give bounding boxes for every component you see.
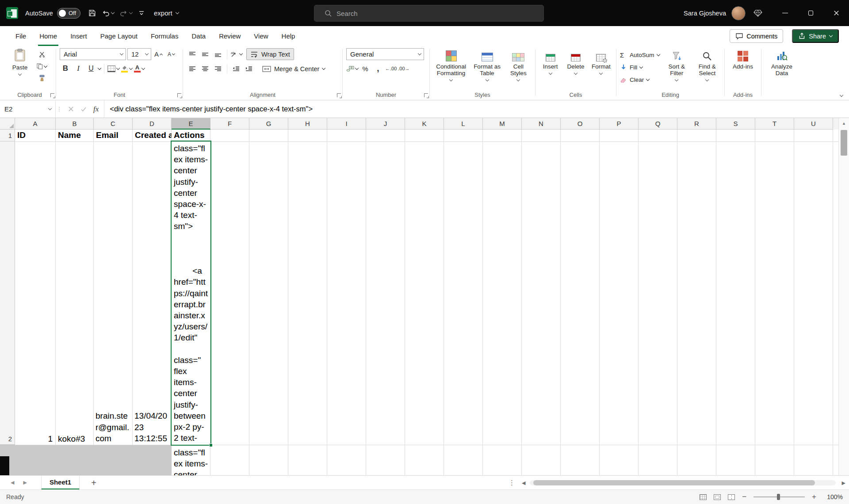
tab-data[interactable]: Data bbox=[185, 26, 212, 46]
comments-button[interactable]: Comments bbox=[730, 29, 783, 43]
borders-button[interactable] bbox=[107, 63, 119, 74]
column-header-C[interactable]: C bbox=[94, 118, 133, 130]
increase-decimal-button[interactable]: ←.00 bbox=[385, 63, 397, 74]
tab-scrollbar-divider[interactable]: ⋮ bbox=[509, 479, 515, 487]
cell-A1[interactable]: ID bbox=[15, 130, 56, 141]
add-sheet-button[interactable]: + bbox=[91, 478, 96, 487]
column-header-K[interactable]: K bbox=[405, 118, 444, 130]
tab-file[interactable]: File bbox=[9, 26, 33, 46]
user-avatar[interactable] bbox=[731, 6, 746, 20]
clear-button[interactable]: Clear bbox=[620, 74, 660, 85]
close-button[interactable] bbox=[823, 0, 849, 26]
row-header-2[interactable]: 2 bbox=[0, 141, 15, 445]
cell-C1[interactable]: Email bbox=[94, 130, 133, 141]
cell-styles-chevron[interactable] bbox=[516, 78, 520, 81]
select-all-button[interactable] bbox=[0, 118, 15, 130]
fill-chevron[interactable] bbox=[639, 65, 643, 68]
cell-A2[interactable]: 1 bbox=[15, 141, 56, 445]
align-middle-button[interactable] bbox=[199, 49, 211, 60]
alignment-dialog-launcher[interactable] bbox=[337, 93, 341, 97]
underline-dropdown-chevron[interactable] bbox=[98, 66, 101, 69]
merge-center-button[interactable]: Merge & Center bbox=[259, 63, 329, 75]
column-header-B[interactable]: B bbox=[56, 118, 94, 130]
column-header-Q[interactable]: Q bbox=[639, 118, 677, 130]
increase-indent-button[interactable] bbox=[243, 63, 255, 75]
zoom-level[interactable]: 100% bbox=[823, 493, 843, 500]
workbook-dropdown-chevron[interactable] bbox=[175, 11, 179, 14]
align-top-button[interactable] bbox=[187, 49, 198, 60]
format-as-table-chevron[interactable] bbox=[485, 78, 489, 81]
column-header-E[interactable]: E bbox=[172, 118, 210, 130]
vertical-scroll-thumb[interactable] bbox=[841, 130, 847, 156]
align-left-button[interactable] bbox=[187, 63, 198, 75]
column-header-D[interactable]: D bbox=[133, 118, 172, 130]
tab-home[interactable]: Home bbox=[33, 26, 64, 46]
tab-page-layout[interactable]: Page Layout bbox=[94, 26, 144, 46]
cell-styles-button[interactable]: Cell Styles bbox=[505, 48, 532, 90]
accounting-dropdown-chevron[interactable] bbox=[355, 66, 359, 69]
wrap-text-button[interactable]: Wrap Text bbox=[246, 48, 294, 60]
decrease-font-size-button[interactable]: A bbox=[165, 49, 177, 60]
save-button[interactable] bbox=[88, 9, 96, 17]
sort-filter-chevron[interactable] bbox=[675, 78, 678, 81]
bold-button[interactable]: B bbox=[60, 63, 71, 74]
format-dropdown-chevron[interactable] bbox=[599, 71, 603, 75]
sheet-prev-arrow[interactable]: ◀ bbox=[11, 480, 14, 485]
maximize-button[interactable] bbox=[798, 0, 823, 26]
tab-formulas[interactable]: Formulas bbox=[144, 26, 185, 46]
scroll-left-arrow[interactable]: ◀ bbox=[522, 476, 525, 490]
font-name-combo[interactable]: Arial bbox=[60, 48, 126, 60]
delete-cells-button[interactable]: Delete bbox=[564, 48, 587, 90]
column-header-A[interactable]: A bbox=[15, 118, 56, 130]
tab-review[interactable]: Review bbox=[212, 26, 247, 46]
scroll-up-arrow[interactable]: ▲ bbox=[839, 118, 849, 129]
vertical-scrollbar[interactable]: ▲ bbox=[838, 118, 849, 475]
share-button[interactable]: Share bbox=[792, 29, 839, 43]
sort-filter-button[interactable]: Sort & Filter bbox=[663, 48, 690, 90]
undo-button[interactable] bbox=[102, 9, 114, 17]
zoom-slider[interactable] bbox=[753, 496, 805, 497]
italic-button[interactable]: I bbox=[73, 63, 84, 74]
font-color-dropdown-chevron[interactable] bbox=[142, 66, 145, 69]
comma-style-button[interactable]: , bbox=[372, 63, 384, 74]
format-painter-button[interactable] bbox=[35, 73, 48, 84]
name-box[interactable]: E2 bbox=[0, 100, 56, 118]
minimize-button[interactable] bbox=[772, 0, 798, 26]
paste-button[interactable]: Paste bbox=[7, 48, 33, 90]
zoom-slider-knob[interactable] bbox=[777, 494, 780, 500]
share-dropdown-chevron[interactable] bbox=[829, 34, 833, 37]
redo-dropdown-chevron[interactable] bbox=[129, 11, 133, 14]
column-header-L[interactable]: L bbox=[444, 118, 483, 130]
column-header-U[interactable]: U bbox=[794, 118, 833, 130]
horizontal-scroll-thumb[interactable] bbox=[533, 480, 815, 485]
paste-dropdown-chevron[interactable] bbox=[18, 72, 22, 76]
find-select-chevron[interactable] bbox=[705, 78, 709, 81]
font-color-button[interactable]: A bbox=[134, 63, 145, 74]
delete-dropdown-chevron[interactable] bbox=[574, 71, 577, 75]
collapse-ribbon-chevron[interactable] bbox=[840, 93, 843, 97]
cell-B2[interactable]: koko#3 bbox=[56, 141, 94, 445]
name-box-resize-handle[interactable]: ⋮ bbox=[56, 100, 63, 118]
normal-view-button[interactable] bbox=[700, 494, 707, 500]
zoom-out-button[interactable]: − bbox=[742, 493, 746, 501]
designer-gem-icon[interactable] bbox=[753, 9, 762, 17]
insert-cells-button[interactable]: Insert bbox=[539, 48, 562, 90]
cut-button[interactable] bbox=[35, 49, 48, 60]
cell-B1[interactable]: Name bbox=[56, 130, 94, 141]
page-layout-view-button[interactable] bbox=[714, 494, 721, 500]
column-header-H[interactable]: H bbox=[288, 118, 327, 130]
tab-help[interactable]: Help bbox=[275, 26, 302, 46]
addins-button[interactable]: Add-ins bbox=[728, 48, 757, 90]
cell-E3[interactable]: class="fl ex items- center bbox=[172, 445, 210, 475]
page-break-view-button[interactable] bbox=[728, 494, 735, 500]
tab-view[interactable]: View bbox=[247, 26, 275, 46]
autosum-button[interactable]: Σ AutoSum bbox=[620, 49, 660, 61]
workbook-title[interactable]: export bbox=[154, 9, 179, 17]
redo-button[interactable] bbox=[120, 9, 132, 17]
font-size-chevron[interactable] bbox=[145, 52, 149, 55]
number-format-chevron[interactable] bbox=[418, 52, 421, 55]
borders-dropdown-chevron[interactable] bbox=[116, 66, 120, 69]
underline-button[interactable]: U bbox=[85, 63, 97, 74]
autosave-pill[interactable]: Off bbox=[57, 8, 80, 19]
insert-dropdown-chevron[interactable] bbox=[548, 71, 552, 75]
